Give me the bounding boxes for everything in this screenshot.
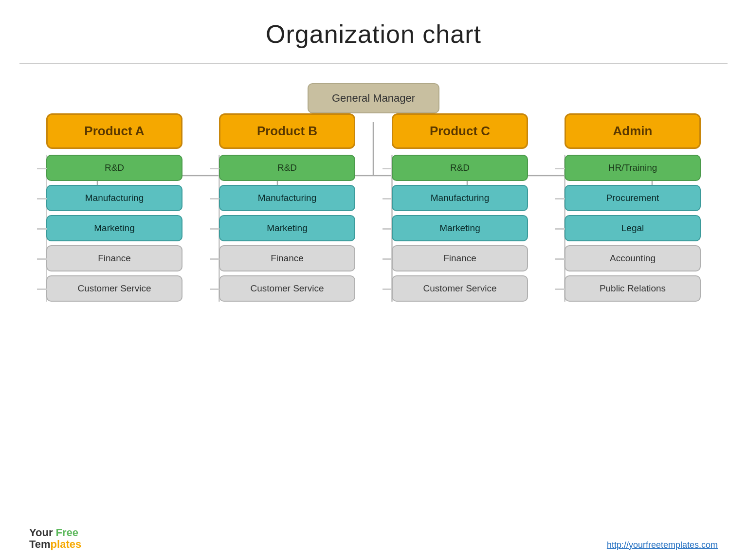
item-product-b-1: Manufacturing	[219, 185, 355, 211]
column-product-c: Product CR&DManufacturingMarketingFinanc…	[384, 113, 535, 302]
logo-line2: Templates	[29, 539, 81, 550]
item-product-b-3: Finance	[219, 245, 355, 271]
column-admin: AdminHR/TrainingProcurementLegalAccounti…	[557, 113, 708, 302]
item-product-a-2: Marketing	[46, 215, 182, 241]
item-admin-4: Public Relations	[565, 275, 701, 302]
logo-tem: Tem	[29, 538, 51, 550]
col-items-product-b: R&DManufacturingMarketingFinanceCustomer…	[219, 155, 355, 302]
item-product-c-4: Customer Service	[392, 275, 528, 302]
item-product-b-2: Marketing	[219, 215, 355, 241]
item-product-c-0: R&D	[392, 155, 528, 181]
item-admin-3: Accounting	[565, 245, 701, 271]
item-product-b-4: Customer Service	[219, 275, 355, 302]
item-admin-2: Legal	[565, 215, 701, 241]
col-header-product-a: Product A	[46, 113, 182, 149]
page-title: Organization chart	[0, 0, 747, 63]
item-product-c-3: Finance	[392, 245, 528, 271]
logo-free: Free	[56, 526, 78, 539]
item-product-c-2: Marketing	[392, 215, 528, 241]
col-items-admin: HR/TrainingProcurementLegalAccountingPub…	[565, 155, 701, 302]
item-product-a-4: Customer Service	[46, 275, 182, 302]
logo-line1: Your Free	[29, 527, 81, 539]
logo-your: Your	[29, 526, 56, 539]
footer: Your Free Templates http://yourfreetempl…	[0, 527, 747, 550]
col-header-product-b: Product B	[219, 113, 355, 149]
item-product-a-3: Finance	[46, 245, 182, 271]
item-product-a-1: Manufacturing	[46, 185, 182, 211]
footer-link[interactable]: http://yourfreetemplates.com	[607, 540, 718, 550]
logo: Your Free Templates	[29, 527, 81, 550]
columns-row: Product AR&DManufacturingMarketingFinanc…	[29, 113, 718, 302]
chart-area: General Manager Product AR&DManufacturin…	[0, 64, 747, 341]
gm-box: General Manager	[308, 83, 439, 113]
column-product-b: Product BR&DManufacturingMarketingFinanc…	[212, 113, 363, 302]
item-product-b-0: R&D	[219, 155, 355, 181]
col-header-admin: Admin	[565, 113, 701, 149]
col-header-product-c: Product C	[392, 113, 528, 149]
column-product-a: Product AR&DManufacturingMarketingFinanc…	[39, 113, 190, 302]
col-items-product-c: R&DManufacturingMarketingFinanceCustomer…	[392, 155, 528, 302]
item-product-a-0: R&D	[46, 155, 182, 181]
logo-plates: plates	[51, 538, 82, 550]
col-items-product-a: R&DManufacturingMarketingFinanceCustomer…	[46, 155, 182, 302]
gm-row: General Manager	[29, 83, 718, 113]
item-admin-0: HR/Training	[565, 155, 701, 181]
item-admin-1: Procurement	[565, 185, 701, 211]
item-product-c-1: Manufacturing	[392, 185, 528, 211]
